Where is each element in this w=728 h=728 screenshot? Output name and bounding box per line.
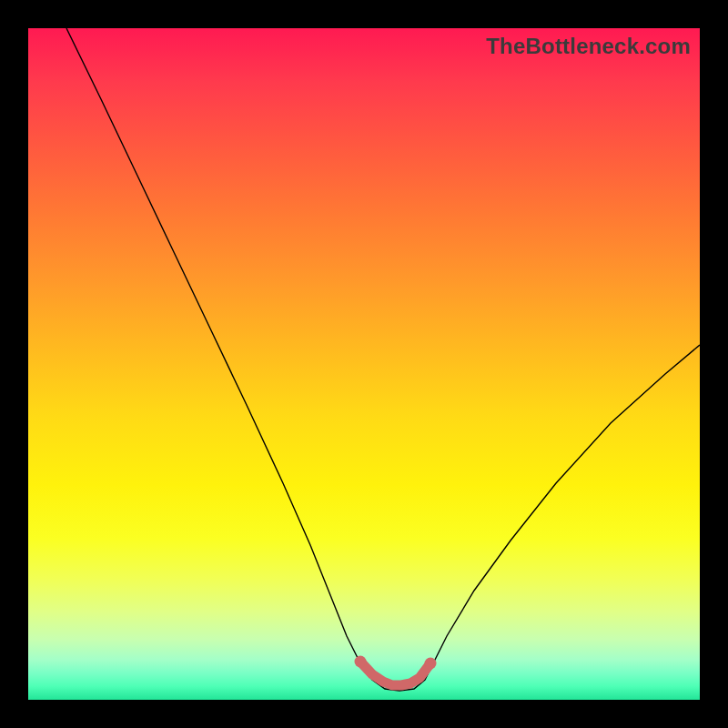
chart-frame: TheBottleneck.com <box>0 0 728 728</box>
ideal-band-endpoint-right <box>425 658 437 670</box>
watermark-text: TheBottleneck.com <box>486 34 691 59</box>
curve-layer <box>28 28 700 700</box>
ideal-band-endpoint-left <box>355 656 367 668</box>
bottleneck-curve <box>66 28 700 691</box>
ideal-band <box>360 662 430 685</box>
plot-area: TheBottleneck.com <box>28 28 700 700</box>
